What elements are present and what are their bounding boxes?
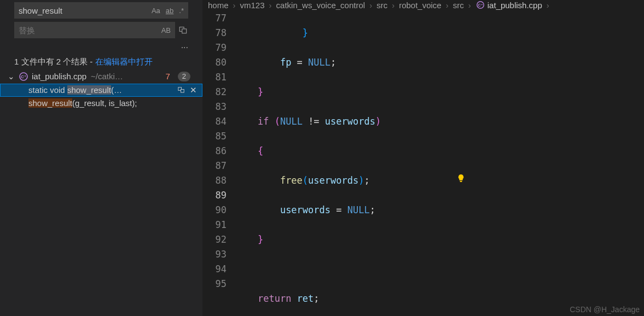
- breadcrumb-item[interactable]: src: [376, 1, 387, 10]
- file-name: iat_publish.cpp: [32, 72, 86, 81]
- breadcrumb[interactable]: home› vm123› catkin_ws_voice_control› sr…: [202, 0, 644, 10]
- search-input-row: Aa ab .*: [14, 2, 188, 19]
- code-content[interactable]: } fp = NULL; } if (NULL != userwords) { …: [235, 11, 644, 316]
- replace-input-row: AB: [14, 22, 188, 38]
- chevron-right-icon: ›: [233, 1, 236, 10]
- chevron-right-icon: ›: [446, 1, 449, 10]
- match-case-icon[interactable]: Aa: [152, 7, 160, 15]
- search-result-file[interactable]: ⌄ C⁺ iat_publish.cpp ~/catki… 7 2: [0, 69, 202, 84]
- svg-rect-5: [181, 89, 184, 92]
- search-match[interactable]: show_result(g_result, is_last);: [0, 97, 202, 109]
- chevron-right-icon: ›: [269, 1, 272, 10]
- match-count-badge: 2: [178, 72, 190, 81]
- svg-text:C⁺: C⁺: [21, 74, 26, 79]
- chevron-right-icon: ›: [468, 1, 471, 10]
- watermark: CSDN @H_Jackage: [570, 305, 640, 314]
- chevron-right-icon: ›: [369, 1, 372, 10]
- chevron-right-icon: ›: [392, 1, 394, 10]
- file-path: ~/catki…: [91, 72, 123, 81]
- search-input[interactable]: [19, 6, 152, 15]
- line-number-gutter: 77 78 79 80 81 82 83 84 85 86 87 88 89 9…: [202, 11, 235, 316]
- hint-count: 7: [165, 72, 170, 81]
- status-text: 1 文件中有 2 个结果 -: [14, 57, 95, 66]
- match-text: show_result(g_result, is_last);: [28, 98, 197, 108]
- chevron-right-icon: ›: [547, 1, 549, 10]
- match-text: static void show_result(…: [28, 85, 173, 95]
- breadcrumb-item[interactable]: vm123: [240, 1, 265, 10]
- svg-rect-8: [460, 181, 462, 182]
- lightbulb-icon[interactable]: [456, 174, 466, 183]
- svg-text:C⁺: C⁺: [478, 3, 483, 8]
- breadcrumb-item[interactable]: catkin_ws_voice_control: [276, 1, 365, 10]
- replace-all-icon[interactable]: [178, 25, 188, 36]
- breadcrumb-item[interactable]: src: [453, 1, 464, 10]
- match-word-icon[interactable]: ab: [166, 7, 173, 15]
- replace-input[interactable]: [19, 26, 161, 35]
- breadcrumb-item[interactable]: iat_publish.cpp: [488, 1, 542, 10]
- search-status: 1 文件中有 2 个结果 - 在编辑器中打开: [0, 52, 202, 69]
- cpp-file-icon: C⁺: [19, 72, 28, 81]
- dismiss-match-icon[interactable]: ✕: [190, 85, 197, 95]
- cpp-file-icon: C⁺: [475, 0, 485, 10]
- breadcrumb-item[interactable]: robot_voice: [399, 1, 442, 10]
- preserve-case-icon[interactable]: AB: [161, 26, 171, 34]
- breadcrumb-item[interactable]: home: [208, 1, 229, 10]
- code-editor[interactable]: 77 78 79 80 81 82 83 84 85 86 87 88 89 9…: [202, 10, 644, 316]
- editor-pane: home› vm123› catkin_ws_voice_control› sr…: [202, 0, 644, 316]
- search-match[interactable]: static void show_result(… ✕: [0, 84, 202, 97]
- svg-rect-1: [182, 28, 187, 33]
- open-in-editor-link[interactable]: 在编辑器中打开: [95, 57, 153, 66]
- chevron-down-icon: ⌄: [8, 72, 15, 81]
- toggle-details-icon[interactable]: ···: [0, 42, 202, 52]
- search-panel: Aa ab .* AB ··· 1 文件中有 2 个结果 - 在编辑器中打开 ⌄…: [0, 0, 202, 316]
- regex-icon[interactable]: .*: [179, 7, 184, 15]
- replace-single-icon[interactable]: [177, 85, 185, 95]
